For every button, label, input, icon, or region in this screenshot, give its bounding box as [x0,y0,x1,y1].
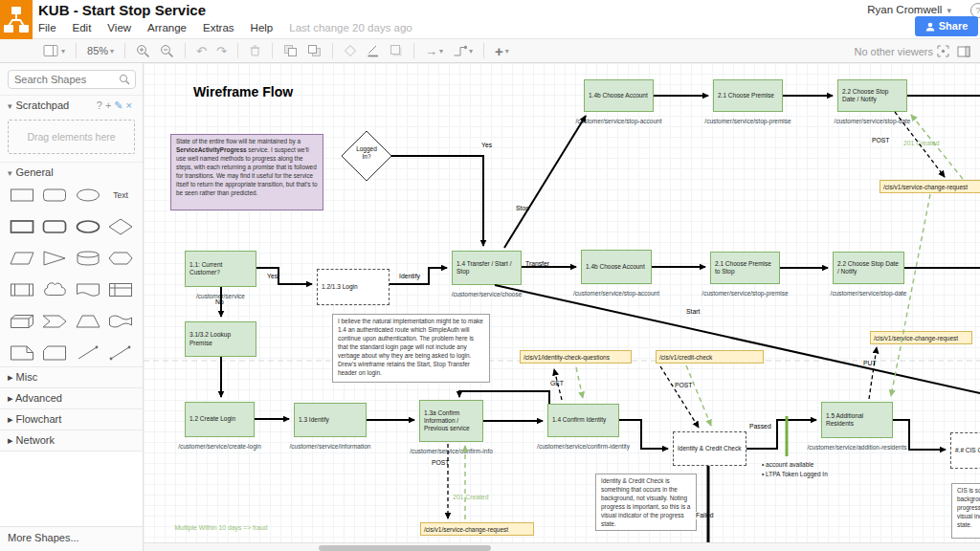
page-view-icon[interactable]: ▾ [43,44,65,57]
shape-triangle-icon[interactable] [38,249,71,268]
flow-node-n12[interactable]: 1.2 Create Login [185,402,255,437]
api-label-y2[interactable]: /cis/v1/identity-check-questions [520,350,632,364]
flow-edge-0[interactable] [391,156,483,246]
flow-edge-30[interactable] [576,367,583,398]
scrollbar-thumb[interactable] [319,545,491,551]
edge-label-passed[interactable]: Passed [748,423,772,430]
shape-document-icon[interactable] [72,280,104,299]
shape-step-icon[interactable] [38,312,71,331]
shape-process-icon[interactable] [6,280,38,299]
flow-node-n15[interactable]: 1.5 Additional Residents [821,402,893,438]
flow-node-dicc[interactable]: Identity & Credit Check [673,431,746,466]
flow-node-m22[interactable]: 2.2 Choose Stop Date / Notify [833,252,904,284]
route-label-n14c[interactable]: /customer/service/confirm-identity [512,443,656,450]
edge-label-post_mid[interactable]: POST [674,382,694,389]
menu-help[interactable]: Help [251,22,274,33]
shape-cylinder-icon[interactable] [72,249,104,268]
section-advanced[interactable]: ▸ Advanced [0,387,143,408]
shape-ellipse-icon[interactable] [72,186,104,205]
edge-label-put[interactable]: PUT [862,360,878,367]
shape-ellipse-outline-icon[interactable] [72,217,104,236]
note-simpleauth[interactable]: I believe the natural implementation mig… [332,314,490,383]
shape-cube-icon[interactable] [6,312,38,331]
scratchpad-add-icon[interactable]: + [105,99,114,111]
edge-label-identify[interactable]: Identify [398,273,421,280]
flow-node-t21[interactable]: 2.1 Choose Premise [713,79,783,112]
shape-text-icon[interactable]: Text [104,186,137,205]
menu-file[interactable]: File [38,22,56,33]
redo-icon[interactable]: ↷ [216,44,227,58]
edge-label-fraud[interactable]: Multiple Within 10 days => fraud [172,524,270,532]
shape-rectangle-icon[interactable] [6,186,38,205]
share-button[interactable]: Share [915,16,978,36]
format-panel-icon[interactable] [957,46,970,57]
flow-node-n13a[interactable]: 1.3a Confirm Information / Previous serv… [419,400,483,442]
search-input[interactable] [8,70,136,89]
more-shapes-button[interactable]: More Shapes... [0,526,143,551]
note-identity-credit-check[interactable]: Identity & Credit Check is something tha… [595,474,697,531]
edge-label-yes_top[interactable]: Yes [480,142,493,149]
shape-rounded-rectangle-icon[interactable] [38,186,71,205]
edge-label-post_bot[interactable]: POST [431,459,451,467]
zoom-in-icon[interactable] [136,44,150,58]
route-label-n15[interactable]: /customer/service/addition-residents [786,444,929,451]
section-network[interactable]: ▸ Network [0,430,143,451]
shape-diamond-icon[interactable] [104,217,137,236]
api-label-y3[interactable]: /cis/v1/credit-check [656,350,764,364]
flow-edge-31[interactable] [686,365,711,426]
flow-edge-5[interactable] [256,268,312,284]
route-label-m22[interactable]: /customer/service/stop-date [797,290,941,297]
scratchpad-drop-area[interactable]: Drag elements here [8,120,135,154]
edge-label-stop[interactable]: Stop [515,205,530,212]
horizontal-scrollbar[interactable] [144,542,980,551]
route-label-t21[interactable]: /customer/service/stop-premise [677,118,820,124]
connection-icon[interactable]: →▾ [425,44,443,58]
flow-edge-24[interactable] [869,347,877,399]
to-back-icon[interactable] [307,44,322,57]
edge-label-no1[interactable]: No [214,298,225,306]
api-label-y1[interactable]: /cis/v1/service-change-request [880,180,980,193]
edge-label-post_top[interactable]: POST [871,137,891,144]
flow-node-m21[interactable]: 2.1 Choose Premise to Stop [710,252,780,284]
shape-internal-storage-icon[interactable] [104,280,137,299]
edge-label-get[interactable]: GET [549,380,565,387]
undo-icon[interactable]: ↶ [196,44,207,58]
route-label-t14b[interactable]: /customer/service/stop-account [547,118,691,124]
edge-label-yes1[interactable]: Yes [266,273,278,280]
flow-node-dlogin[interactable]: 1.2/1.3 Login [317,269,390,305]
shape-directional-line-icon[interactable] [104,343,137,363]
menu-edit[interactable]: Edit [73,22,92,33]
shape-line-icon[interactable] [72,343,104,363]
shape-trapezoid-icon[interactable] [72,312,104,331]
shape-parallelogram-icon[interactable] [6,249,38,268]
general-section-header[interactable]: ▾General [0,162,143,182]
menu-view[interactable]: View [107,22,131,33]
edge-label-start[interactable]: Start [685,308,701,316]
line-color-icon[interactable] [367,44,380,57]
api-label-y5[interactable]: /cis/v1/service-change-request [420,522,534,536]
route-label-n13a[interactable]: /customer/service/confirm-info [380,448,523,454]
diagram-canvas[interactable]: Wireframe Flow State of the entire flow … [144,63,980,551]
fill-color-icon[interactable] [344,44,357,57]
note-cis-background[interactable]: CIS is something in the background, not … [951,483,980,539]
shape-rounded-rectangle-outline-icon[interactable] [38,217,71,236]
menu-extras[interactable]: Extras [203,22,234,33]
section-misc[interactable]: ▸ Misc [0,366,143,387]
shape-rectangle-outline-icon[interactable] [6,217,38,236]
edge-label-failed[interactable]: Failed [695,512,715,519]
scratchpad-edit-icon[interactable]: ✎ [114,99,125,111]
flow-node-t14b[interactable]: 1.4b Choose Account [584,79,654,112]
scratchpad-header[interactable]: ?+✎×▾Scratchpad [0,95,143,116]
scratchpad-close-icon[interactable]: × [126,99,135,111]
shape-cloud-icon[interactable] [38,280,71,299]
waypoints-icon[interactable]: ▾ [453,45,473,57]
scratchpad-help-icon[interactable]: ? [97,99,105,111]
flow-node-n14[interactable]: 1.4 Transfer / Start / Stop [452,251,522,285]
note-service-activity-progress[interactable]: State of the entire flow will be maintai… [170,134,323,210]
flow-node-dcis[interactable]: #.# CIS Confirmation [950,432,980,469]
flow-node-n11[interactable]: 1.1: Current Customer? [185,251,256,287]
shadow-icon[interactable] [390,44,403,57]
flow-node-m14b[interactable]: 1.4b Choose Account [581,250,652,284]
user-menu[interactable]: Ryan Cromwell ▾ [867,4,951,15]
decision-logged-in[interactable]: Logged In? [340,129,393,183]
